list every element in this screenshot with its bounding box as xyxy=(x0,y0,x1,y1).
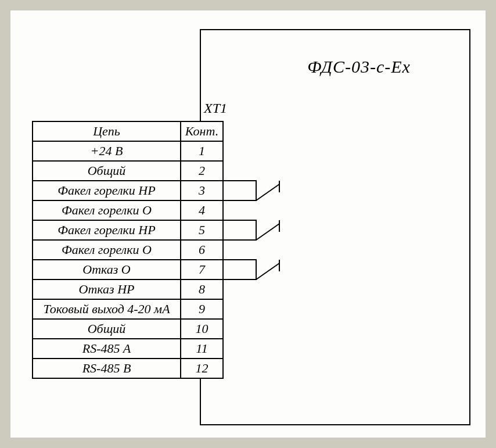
contact-cell: 5 xyxy=(181,220,223,240)
svg-line-0 xyxy=(256,184,279,200)
table-row: RS-485 A 11 xyxy=(33,339,223,359)
contact-cell: 8 xyxy=(181,279,223,299)
svg-line-4 xyxy=(256,263,279,279)
contact-cell: 11 xyxy=(181,339,223,359)
relay-contact-icon xyxy=(221,250,291,289)
contact-cell: 12 xyxy=(181,359,223,378)
circuit-cell: RS-485 A xyxy=(33,339,181,359)
table-row: Отказ О 7 xyxy=(33,260,223,279)
table-row: Факел горелки О 4 xyxy=(33,200,223,220)
contact-cell: 3 xyxy=(181,181,223,200)
header-circuit: Цепь xyxy=(33,121,181,141)
svg-line-2 xyxy=(256,224,279,240)
header-contact: Конт. xyxy=(181,121,223,141)
relay-contact-icon xyxy=(221,211,291,249)
table-row: Общий 10 xyxy=(33,319,223,339)
contact-cell: 2 xyxy=(181,161,223,181)
table-row: Факел горелки НР 5 xyxy=(33,220,223,240)
circuit-cell: Отказ НР xyxy=(33,279,181,299)
circuit-cell: Общий xyxy=(33,319,181,339)
contact-cell: 7 xyxy=(181,260,223,279)
circuit-cell: +24 В xyxy=(33,141,181,161)
relay-contact-icon xyxy=(221,171,291,210)
table-row: Общий 2 xyxy=(33,161,223,181)
table-row: +24 В 1 xyxy=(33,141,223,161)
table-header-row: Цепь Конт. xyxy=(33,121,223,141)
circuit-cell: RS-485 B xyxy=(33,359,181,378)
contact-cell: 1 xyxy=(181,141,223,161)
table-row: RS-485 B 12 xyxy=(33,359,223,378)
device-title: ФДС-03-с-Ex xyxy=(260,57,458,77)
contact-cell: 4 xyxy=(181,200,223,220)
contact-cell: 10 xyxy=(181,319,223,339)
table-row: Токовый выход 4-20 мА 9 xyxy=(33,299,223,319)
table-row: Факел горелки О 6 xyxy=(33,240,223,260)
circuit-cell: Токовый выход 4-20 мА xyxy=(33,299,181,319)
drawing-canvas: ФДС-03-с-Ex XT1 Цепь Конт. +24 В 1 Общий… xyxy=(10,10,486,438)
terminal-table: Цепь Конт. +24 В 1 Общий 2 Факел горелки… xyxy=(32,121,224,379)
circuit-cell: Факел горелки НР xyxy=(33,220,181,240)
circuit-cell: Общий xyxy=(33,161,181,181)
table-row: Факел горелки НР 3 xyxy=(33,181,223,200)
circuit-cell: Факел горелки О xyxy=(33,200,181,220)
connector-label: XT1 xyxy=(204,101,227,116)
table-row: Отказ НР 8 xyxy=(33,279,223,299)
circuit-cell: Факел горелки О xyxy=(33,240,181,260)
contact-cell: 6 xyxy=(181,240,223,260)
circuit-cell: Факел горелки НР xyxy=(33,181,181,200)
circuit-cell: Отказ О xyxy=(33,260,181,279)
contact-cell: 9 xyxy=(181,299,223,319)
